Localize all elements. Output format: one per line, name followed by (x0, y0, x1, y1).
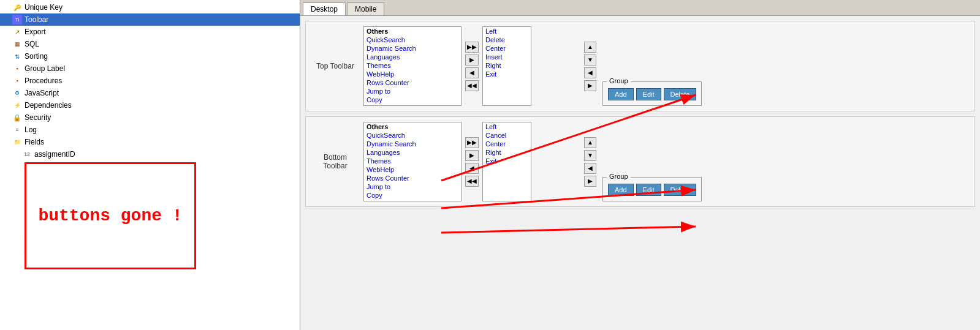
list-item[interactable]: Themes (364, 61, 461, 70)
order-up-btn[interactable]: ▲ (584, 137, 596, 148)
order-left-btn[interactable]: ◀ (584, 163, 596, 174)
list-item[interactable]: Jump to (364, 182, 461, 191)
list-item[interactable]: WebHelp (364, 165, 461, 174)
order-up-btn[interactable]: ▲ (584, 42, 596, 53)
list-item[interactable]: Dynamic Search (364, 140, 461, 148)
group-edit-btn[interactable]: Edit (636, 88, 661, 100)
selected-item[interactable]: Left (483, 27, 531, 36)
sidebar-item-unique-key[interactable]: 🔑 Unique Key (0, 1, 300, 13)
dependencies-icon: ⚡ (12, 100, 22, 110)
transfer-all-left-btn[interactable]: ◀◀ (465, 176, 479, 187)
top-selected-listbox[interactable]: Left Delete Center Insert Right Exit (482, 26, 531, 106)
list-item[interactable]: Jump to (364, 87, 461, 96)
sidebar-item-label: SQL (25, 40, 39, 48)
top-others-listbox[interactable]: Others QuickSearch Dynamic Search Langua… (363, 26, 462, 106)
transfer-left-btn[interactable]: ◀ (465, 67, 479, 78)
list-item[interactable]: Others (364, 122, 461, 131)
top-selected-list-container: Left Delete Center Insert Right Exit (482, 26, 580, 106)
transfer-right-btn[interactable]: ▶ (465, 54, 479, 66)
selected-item[interactable]: Insert (483, 53, 531, 61)
sidebar-item-log[interactable]: ≡ Log (0, 124, 300, 136)
security-icon: 🔒 (12, 113, 22, 122)
list-item[interactable]: Navigation (364, 200, 461, 201)
list-item[interactable]: Themes (364, 157, 461, 165)
group-add-btn[interactable]: Add (608, 184, 634, 196)
sidebar-item-dependencies[interactable]: ⚡ Dependencies (0, 99, 300, 111)
transfer-all-right-btn[interactable]: ▶▶ (465, 137, 479, 148)
list-item[interactable]: QuickSearch (364, 36, 461, 44)
order-right-btn[interactable]: ▶ (584, 80, 596, 91)
list-item[interactable]: Copy (364, 96, 461, 104)
selected-item[interactable]: Right (483, 148, 531, 157)
transfer-left-btn[interactable]: ◀ (465, 163, 479, 174)
bottom-selected-listbox[interactable]: Left Cancel Center Right Exit (482, 122, 531, 201)
top-group-section: Group Add Edit Delete (600, 26, 702, 106)
tab-desktop[interactable]: Desktop (303, 2, 346, 15)
sidebar-item-label: Fields (25, 138, 44, 146)
log-icon: ≡ (12, 125, 22, 135)
bottom-others-listbox[interactable]: Others QuickSearch Dynamic Search Langua… (363, 122, 462, 201)
list-item[interactable]: Rows Counter (364, 78, 461, 87)
transfer-all-right-btn[interactable]: ▶▶ (465, 42, 479, 53)
tab-mobile[interactable]: Mobile (347, 2, 384, 15)
bottom-others-list-container: Others QuickSearch Dynamic Search Langua… (363, 122, 462, 201)
top-toolbar-label: Top Toolbar (311, 26, 360, 106)
list-item[interactable]: Navigation (364, 104, 461, 106)
selected-item[interactable]: Right (483, 61, 531, 70)
sidebar-item-group-label[interactable]: ▪ Group Label (0, 62, 300, 75)
transfer-right-btn[interactable]: ▶ (465, 150, 479, 161)
key-icon: 🔑 (12, 2, 22, 12)
top-group-box: Group Add Edit Delete (602, 81, 702, 106)
javascript-icon: ⚙ (12, 88, 22, 98)
bottom-toolbar-label: Bottom Toolbar (311, 122, 360, 201)
selected-item[interactable]: Cancel (483, 131, 531, 140)
sidebar-item-security[interactable]: 🔒 Security (0, 111, 300, 124)
field-num-icon: 12 (22, 149, 32, 159)
selected-item[interactable]: Delete (483, 36, 531, 44)
annotation-text: buttons gone ! (38, 206, 182, 225)
list-item[interactable]: Languages (364, 148, 461, 157)
list-item[interactable]: Others (364, 27, 461, 36)
group-delete-btn[interactable]: Delete (664, 88, 697, 100)
list-item[interactable]: Rows Counter (364, 174, 461, 182)
selected-item[interactable]: Center (483, 140, 531, 148)
bottom-selected-list-container: Left Cancel Center Right Exit (482, 122, 580, 201)
sidebar-item-sorting[interactable]: ⇅ Sorting (0, 50, 300, 62)
selected-item[interactable]: Center (483, 44, 531, 53)
content-area: Desktop Mobile Top Toolbar Others QuickS… (300, 0, 980, 330)
bottom-group-box: Group Add Edit Delete (602, 177, 702, 201)
sidebar-item-fields[interactable]: 📁 Fields (0, 136, 300, 148)
order-down-btn[interactable]: ▼ (584, 54, 596, 66)
list-item[interactable]: Languages (364, 53, 461, 61)
selected-item[interactable]: Exit (483, 157, 531, 165)
bottom-group-section: Group Add Edit Delete (600, 122, 702, 201)
list-item[interactable]: WebHelp (364, 70, 461, 78)
selected-item[interactable]: Exit (483, 70, 531, 78)
order-down-btn[interactable]: ▼ (584, 150, 596, 161)
fields-icon: 📁 (12, 137, 22, 147)
tab-bar: Desktop Mobile (300, 0, 980, 16)
group-add-btn[interactable]: Add (608, 88, 634, 100)
transfer-all-left-btn[interactable]: ◀◀ (465, 80, 479, 91)
top-toolbar-panel: Top Toolbar Others QuickSearch Dynamic S… (305, 21, 975, 111)
list-item[interactable]: Dynamic Search (364, 44, 461, 53)
order-left-btn[interactable]: ◀ (584, 67, 596, 78)
sql-icon: ▦ (12, 39, 22, 49)
sidebar-item-export[interactable]: ↗ Export (0, 26, 300, 38)
sidebar-item-procedures[interactable]: ▪ Procedures (0, 75, 300, 87)
group-edit-btn[interactable]: Edit (636, 184, 661, 196)
sidebar-item-sql[interactable]: ▦ SQL (0, 38, 300, 50)
sidebar-item-assignmentid[interactable]: 12 assigmentID (0, 148, 300, 160)
sidebar-item-label: Export (25, 28, 46, 36)
procedures-icon: ▪ (12, 76, 22, 86)
list-item[interactable]: QuickSearch (364, 131, 461, 140)
selected-item[interactable]: Left (483, 122, 531, 131)
list-item[interactable]: Copy (364, 191, 461, 200)
group-box-label: Group (607, 173, 631, 180)
top-transfer-buttons: ▶▶ ▶ ◀ ◀◀ (465, 26, 479, 106)
group-delete-btn[interactable]: Delete (664, 184, 697, 196)
sidebar-item-toolbar[interactable]: Ti Toolbar (0, 13, 300, 26)
sidebar-item-label: Toolbar (25, 15, 48, 24)
sidebar-item-javascript[interactable]: ⚙ JavaScript (0, 87, 300, 99)
order-right-btn[interactable]: ▶ (584, 176, 596, 187)
